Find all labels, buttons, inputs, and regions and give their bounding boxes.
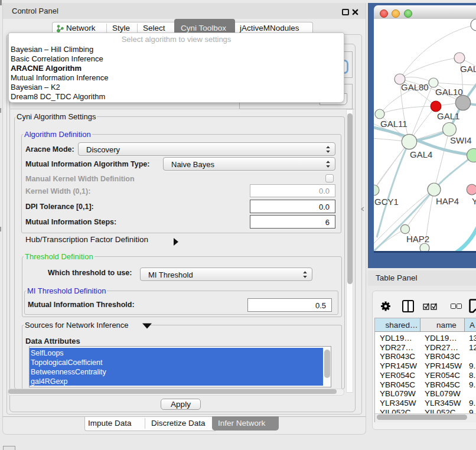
svg-text:HAP4: HAP4 bbox=[436, 196, 459, 206]
svg-text:GCY1: GCY1 bbox=[374, 197, 399, 207]
svg-text:Y: Y bbox=[472, 196, 476, 206]
svg-text:GAL80: GAL80 bbox=[401, 82, 429, 92]
svg-text:SWI4: SWI4 bbox=[450, 135, 472, 145]
svg-text:HAP2: HAP2 bbox=[406, 234, 429, 244]
svg-text:GAL7: GAL7 bbox=[460, 64, 476, 74]
svg-text:GAL1: GAL1 bbox=[437, 111, 459, 121]
svg-text:GAL10: GAL10 bbox=[435, 87, 463, 97]
svg-text:GAL4: GAL4 bbox=[410, 149, 432, 159]
svg-text:GAL11: GAL11 bbox=[380, 119, 407, 129]
